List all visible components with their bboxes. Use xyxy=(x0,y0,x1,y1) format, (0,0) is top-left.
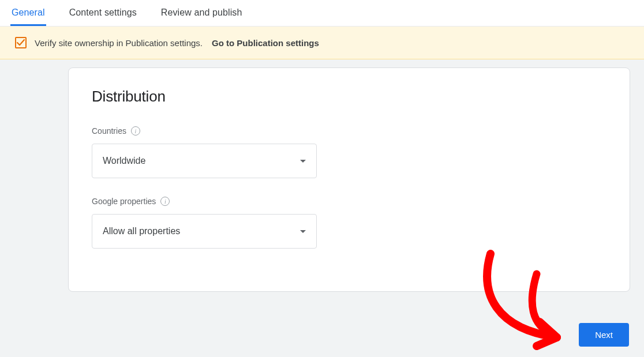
go-to-publication-settings-link[interactable]: Go to Publication settings xyxy=(212,38,319,48)
checkbox-checked-icon xyxy=(15,37,27,48)
google-properties-field: Google properties i Allow all properties xyxy=(92,197,606,249)
tab-general[interactable]: General xyxy=(10,1,46,26)
countries-select[interactable]: Worldwide xyxy=(92,144,317,178)
countries-field: Countries i Worldwide xyxy=(92,126,606,178)
banner-text: Verify site ownership in Publication set… xyxy=(35,38,203,48)
next-button[interactable]: Next xyxy=(579,323,629,347)
tab-content-settings[interactable]: Content settings xyxy=(68,1,138,26)
chevron-down-icon xyxy=(300,160,306,163)
google-properties-value: Allow all properties xyxy=(103,226,180,236)
chevron-down-icon xyxy=(300,230,306,233)
verify-banner: Verify site ownership in Publication set… xyxy=(0,27,644,59)
google-properties-label-row: Google properties i xyxy=(92,197,606,206)
countries-label-row: Countries i xyxy=(92,126,606,136)
google-properties-label: Google properties xyxy=(92,197,156,206)
tab-review-publish[interactable]: Review and publish xyxy=(160,1,244,26)
google-properties-select[interactable]: Allow all properties xyxy=(92,214,317,249)
countries-value: Worldwide xyxy=(103,156,145,166)
countries-label: Countries xyxy=(92,126,126,136)
distribution-card: Distribution Countries i Worldwide Googl… xyxy=(68,67,630,292)
info-icon[interactable]: i xyxy=(160,197,170,206)
tab-bar: General Content settings Review and publ… xyxy=(0,0,644,27)
info-icon[interactable]: i xyxy=(131,126,140,136)
card-title: Distribution xyxy=(92,88,606,106)
